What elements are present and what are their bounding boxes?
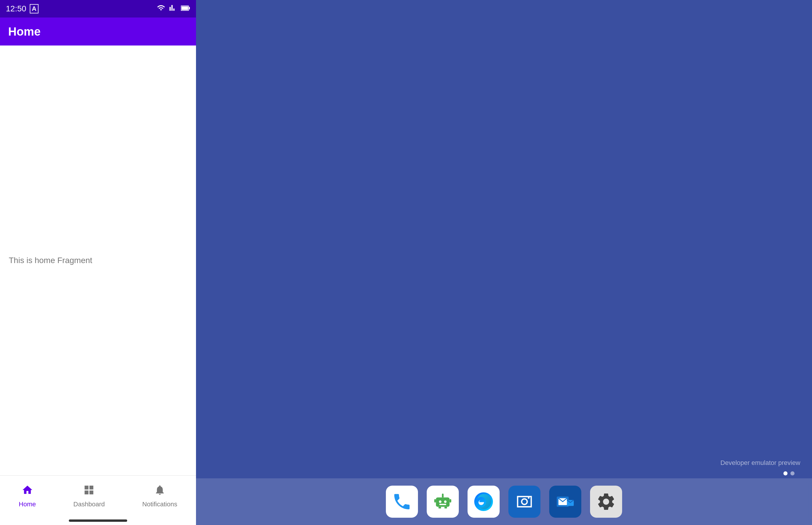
nav-item-notifications[interactable]: Notifications	[136, 481, 183, 511]
battery-icon	[181, 4, 190, 13]
svg-rect-4	[436, 497, 450, 507]
nav-label-home: Home	[19, 500, 36, 508]
svg-rect-2	[181, 6, 188, 10]
status-time: 12:50	[6, 4, 26, 13]
page-dot-2	[791, 471, 795, 476]
svg-rect-11	[449, 499, 451, 502]
phone-content: This is home Fragment	[0, 45, 196, 476]
nav-label-notifications: Notifications	[142, 500, 177, 508]
taskbar-zerocat-icon[interactable]	[427, 485, 459, 518]
svg-point-9	[442, 494, 443, 495]
status-bar-left: 12:50 A	[6, 4, 39, 13]
home-fragment-text: This is home Fragment	[9, 256, 92, 265]
svg-rect-1	[189, 7, 190, 9]
taskbar-edge-icon[interactable]	[468, 485, 500, 518]
signal-icon	[169, 4, 177, 14]
page-dots	[783, 471, 795, 476]
svg-rect-10	[434, 499, 436, 502]
app-bar: Home	[0, 17, 196, 45]
svg-rect-12	[438, 507, 441, 509]
nav-item-home[interactable]: Home	[13, 481, 42, 511]
desktop-main: Developer emulator preview	[196, 0, 812, 478]
taskbar-phone-icon[interactable]	[386, 485, 418, 518]
taskbar-screen-record-icon[interactable]	[508, 485, 540, 518]
phone-emulator: 12:50 A	[0, 0, 196, 525]
status-bar: 12:50 A	[0, 0, 196, 17]
status-icon-a: A	[30, 4, 39, 13]
app-bar-title: Home	[8, 25, 41, 38]
bottom-navigation: Home Dashboard Notifications	[0, 476, 196, 516]
home-indicator	[0, 516, 196, 525]
nav-item-dashboard[interactable]: Dashboard	[67, 481, 111, 511]
svg-point-5	[439, 500, 441, 503]
home-indicator-bar	[69, 520, 127, 522]
svg-rect-7	[439, 504, 446, 505]
taskbar-outlook-icon[interactable]	[549, 485, 581, 518]
svg-point-18	[528, 497, 530, 499]
svg-point-6	[444, 500, 447, 503]
dashboard-nav-icon	[83, 484, 95, 499]
taskbar	[196, 478, 812, 525]
nav-label-dashboard: Dashboard	[74, 500, 105, 508]
svg-rect-13	[445, 507, 447, 509]
svg-point-17	[522, 500, 527, 504]
page-dot-1	[783, 471, 787, 476]
dev-preview-text: Developer emulator preview	[720, 459, 800, 467]
home-nav-icon	[21, 484, 33, 499]
status-bar-right	[157, 4, 190, 14]
notifications-nav-icon	[154, 484, 166, 499]
wifi-icon	[157, 4, 165, 14]
desktop-panel: Developer emulator preview	[196, 0, 812, 525]
taskbar-settings-icon[interactable]	[590, 485, 622, 518]
